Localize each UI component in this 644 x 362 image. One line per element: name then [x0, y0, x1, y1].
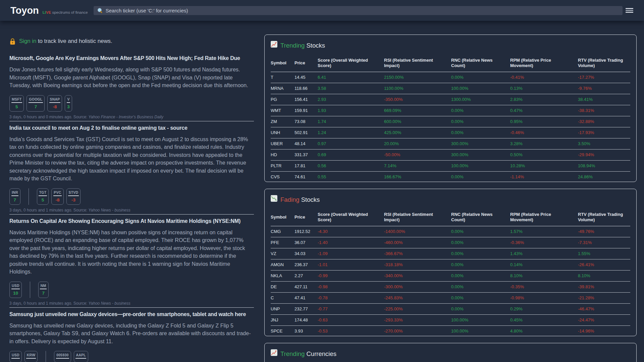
cell-rnc: 0.00% — [451, 259, 510, 270]
table-row[interactable]: CMG1912.52-4.30-1400.00%0.00%1.57%-49.76… — [271, 226, 630, 237]
table-row[interactable]: HD331.370.69-50.00%300.00%0.50%-29.94% — [271, 149, 630, 160]
cell-score: -4.30 — [318, 226, 384, 237]
cell-rnc: 100.00% — [451, 160, 510, 171]
cell-rpm: 1.43% — [510, 248, 578, 259]
ticker-score: -3 — [68, 197, 79, 202]
cell-symbol: DE — [271, 281, 294, 292]
cell-score: 1.24 — [318, 127, 384, 138]
chip-divider — [67, 102, 70, 103]
column-header: RSI (Relative Sentiment Impact) — [384, 54, 451, 72]
cell-rpm: -0.46% — [510, 127, 578, 138]
cell-rpm: -0.41% — [510, 72, 578, 83]
ticker-chip[interactable]: INR7 — [9, 188, 20, 205]
ticker-chip[interactable]: USD10 — [9, 282, 22, 298]
table-row[interactable]: PG156.412.93-350.00%1300.00%2.83%38.41% — [271, 94, 630, 105]
cell-price: 159.91 — [294, 105, 318, 116]
tagline-live-red: VE — [46, 10, 51, 14]
ticker-chip[interactable]: V3 — [65, 95, 72, 112]
article-title[interactable]: Returns On Capital Are Showing Encouragi… — [9, 217, 254, 225]
table-row[interactable]: PFE36.07-1.40-460.00%0.00%-0.36%-7.31% — [271, 237, 630, 248]
cell-rsi: 1100.00% — [384, 83, 451, 94]
article-tickers: MSFT5GOOGL7SNAP-8V3 — [9, 95, 254, 112]
table-row[interactable]: UNH502.911.24425.00%0.00%-0.46%-17.93% — [271, 127, 630, 138]
table-row[interactable]: AMGN236.37-1.01-318.18%0.00%0.14%-26.41% — [271, 259, 630, 270]
search-input[interactable] — [106, 8, 619, 13]
cell-rpm: 0.45% — [510, 314, 578, 325]
search-bar[interactable] — [94, 6, 623, 15]
cell-rtv: -24.47% — [578, 314, 630, 325]
table-row[interactable]: UBER48.140.9720.00%300.00%3.28%3.50% — [271, 138, 630, 149]
cell-rsi: -245.83% — [384, 292, 451, 303]
table-row[interactable]: SPCE3.93-0.53-270.00%100.00%4.80%-14.96% — [271, 325, 630, 336]
article-title[interactable]: India tax council to meet on Aug 2 to fi… — [9, 124, 254, 132]
table-row[interactable]: JNJ174.48-0.63-293.33%100.00%0.45%-24.47… — [271, 314, 630, 325]
table-row[interactable]: NKLA2.27-0.99-340.00%0.00%8.10%8.10% — [271, 270, 630, 281]
cell-rsi: 669.09% — [384, 105, 451, 116]
cell-price: 236.37 — [294, 259, 318, 270]
ticker-chip[interactable]: 005930 — [54, 351, 71, 362]
ticker-chip[interactable]: KRW — [24, 351, 38, 362]
menu-icon[interactable] — [626, 8, 633, 13]
ticker-chip[interactable]: NM7 — [38, 282, 49, 298]
article-body: Dow Jones futures fell slightly early We… — [9, 66, 254, 89]
column-header: Symbol — [271, 54, 294, 72]
ticker-chip[interactable]: SNAP-8 — [47, 95, 62, 112]
cell-rpm: 1.57% — [510, 226, 578, 237]
cell-price: 74.61 — [294, 171, 318, 182]
cell-symbol: PFE — [271, 237, 294, 248]
card-title: Trending Stocks — [271, 41, 630, 50]
table-row[interactable]: C47.41-0.78-245.83%0.00%-0.98%-21.28% — [271, 292, 630, 303]
table-row[interactable]: T14.456.412150.00%0.00%-0.41%-17.27% — [271, 72, 630, 83]
card-title-icon-slot — [271, 195, 277, 204]
signin-link[interactable]: Sign in — [19, 38, 36, 44]
chip-divider — [29, 102, 43, 103]
table-row[interactable]: CVS74.610.55166.67%0.00%-1.14%24.86% — [271, 171, 630, 182]
card-title-rest: Currencies — [305, 350, 336, 357]
ticker-chip[interactable]: STVD-3 — [66, 188, 81, 205]
table-row[interactable]: MRNA118.663.581100.00%100.00%0.13%-9.76% — [271, 83, 630, 94]
cell-rnc: 0.00% — [451, 105, 510, 116]
table-row[interactable]: VZ34.03-1.09-366.67%0.00%1.43%1.55% — [271, 248, 630, 259]
table-row[interactable]: DE427.11-0.98-300.00%0.00%-0.35%-39.81% — [271, 281, 630, 292]
table-row[interactable]: ZM73.081.74600.00%0.00%0.95%-32.88% — [271, 116, 630, 127]
card-title: Fading Stocks — [271, 195, 630, 204]
data-table: SymbolPriceScore (Overall Weighted Score… — [271, 208, 630, 336]
ticker-chip[interactable]: GOOGL7 — [26, 95, 45, 112]
cell-price: 17.81 — [294, 160, 318, 171]
tagline-text: spectrums of finance — [51, 10, 88, 14]
ticker-chip[interactable]: USD — [9, 351, 22, 362]
cell-rtv: -46.47% — [578, 303, 630, 314]
cell-rpm: -1.14% — [510, 171, 578, 182]
cell-symbol: SPCE — [271, 325, 294, 336]
cell-price: 2.27 — [294, 270, 318, 281]
cell-price: 232.77 — [294, 303, 318, 314]
table-row[interactable]: WMT159.911.93669.09%0.00%0.47%-38.31% — [271, 105, 630, 116]
column-header: Price — [294, 208, 318, 226]
cell-rtv: -7.31% — [578, 237, 630, 248]
ticker-chip[interactable]: MSFT5 — [9, 95, 24, 112]
cell-symbol: MRNA — [271, 83, 294, 94]
table-row[interactable]: UNP232.77-0.77-225.00%0.00%0.29%-46.47% — [271, 303, 630, 314]
article-title[interactable]: Samsung just unveiled new Galaxy devices… — [9, 310, 254, 318]
signin-rest: to track live and holistic news. — [36, 38, 112, 44]
ticker-chip[interactable]: TGT5 — [37, 188, 49, 205]
chart-increasing-icon — [271, 349, 277, 356]
ticker-chip[interactable]: AAPL — [74, 351, 88, 362]
card-title-accent: Fading — [280, 196, 300, 203]
chip-divider — [75, 358, 86, 359]
article-age: 3 days, 0 hours and 1 minutes ago. Sourc… — [9, 301, 88, 306]
cell-score: 3.58 — [318, 83, 384, 94]
article-body: India's Goods and Services Tax (GST) Cou… — [9, 135, 254, 183]
cell-score: 2.93 — [318, 94, 384, 105]
cell-rsi: -366.67% — [384, 248, 451, 259]
brand: Toyon LIVE spectrums of finance — [10, 6, 88, 15]
article-title[interactable]: Microsoft, Google Are Key Earnings Mover… — [9, 54, 254, 62]
column-header: Symbol — [271, 208, 294, 226]
ticker-symbol: 005930 — [56, 353, 69, 357]
ticker-chip[interactable]: PVC-8 — [51, 188, 63, 205]
cell-symbol: CMG — [271, 226, 294, 237]
cell-rnc: 0.00% — [451, 292, 510, 303]
table-row[interactable]: PLTR17.810.567.14%100.00%10.28%108.94% — [271, 160, 630, 171]
cell-rsi: 166.67% — [384, 171, 451, 182]
stocks-table-card: Trending Stocks SymbolPriceScore (Overal… — [264, 35, 637, 182]
